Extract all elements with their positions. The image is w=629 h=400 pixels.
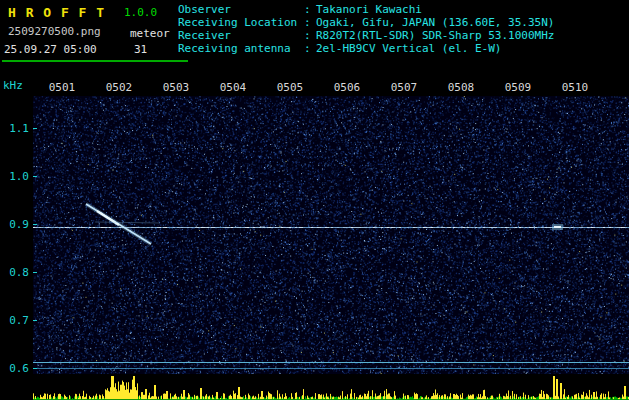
signal-level-canvas bbox=[33, 376, 629, 400]
info-label: Receiving Location bbox=[178, 16, 304, 29]
x-tick-0508: 0508 bbox=[441, 81, 481, 94]
app-version: 1.0.0 bbox=[124, 6, 157, 19]
y-tick-0-6: 0.6 bbox=[5, 362, 29, 375]
info-row-location: Receiving Location : Ogaki, Gifu, JAPAN … bbox=[178, 16, 554, 29]
info-label: Observer bbox=[178, 3, 304, 16]
x-tick-0504: 0504 bbox=[213, 81, 253, 94]
info-colon: : bbox=[304, 3, 316, 16]
spectrogram-canvas bbox=[33, 96, 629, 374]
info-value: R820T2(RTL-SDR) SDR-Sharp 53.1000MHz bbox=[316, 29, 554, 42]
y-tick-0-8: 0.8 bbox=[5, 266, 29, 279]
header-separator bbox=[2, 60, 188, 62]
mode-label: meteor bbox=[130, 27, 170, 40]
info-label: Receiver bbox=[178, 29, 304, 42]
y-tick-0-9: 0.9 bbox=[5, 218, 29, 231]
y-tick-0-7: 0.7 bbox=[5, 314, 29, 327]
y-axis-unit: kHz bbox=[3, 79, 23, 92]
x-tick-0501: 0501 bbox=[42, 81, 82, 94]
count-label: 31 bbox=[134, 43, 147, 56]
x-tick-0505: 0505 bbox=[270, 81, 310, 94]
info-colon: : bbox=[304, 29, 316, 42]
x-tick-0503: 0503 bbox=[156, 81, 196, 94]
x-tick-0506: 0506 bbox=[327, 81, 367, 94]
info-label: Receiving antenna bbox=[178, 42, 304, 55]
app-title: H R O F F T bbox=[8, 5, 105, 20]
y-tick-1-0: 1.0 bbox=[5, 170, 29, 183]
x-tick-0510: 0510 bbox=[555, 81, 595, 94]
output-filename: 2509270500.png bbox=[8, 25, 101, 38]
x-tick-0509: 0509 bbox=[498, 81, 538, 94]
info-row-receiver: Receiver : R820T2(RTL-SDR) SDR-Sharp 53.… bbox=[178, 29, 554, 42]
info-value: Ogaki, Gifu, JAPAN (136.60E, 35.35N) bbox=[316, 16, 554, 29]
info-value: 2el-HB9CV Vertical (el. E-W) bbox=[316, 42, 501, 55]
x-tick-0507: 0507 bbox=[384, 81, 424, 94]
datetime-label: 25.09.27 05:00 bbox=[4, 43, 97, 56]
x-tick-0502: 0502 bbox=[99, 81, 139, 94]
info-value: Takanori Kawachi bbox=[316, 3, 422, 16]
info-row-antenna: Receiving antenna : 2el-HB9CV Vertical (… bbox=[178, 42, 554, 55]
info-row-observer: Observer : Takanori Kawachi bbox=[178, 3, 554, 16]
station-info: Observer : Takanori Kawachi Receiving Lo… bbox=[178, 3, 554, 55]
info-colon: : bbox=[304, 16, 316, 29]
info-colon: : bbox=[304, 42, 316, 55]
y-tick-1-1: 1.1 bbox=[5, 122, 29, 135]
hrofft-window: H R O F F T 1.0.0 2509270500.png meteor … bbox=[0, 0, 629, 400]
